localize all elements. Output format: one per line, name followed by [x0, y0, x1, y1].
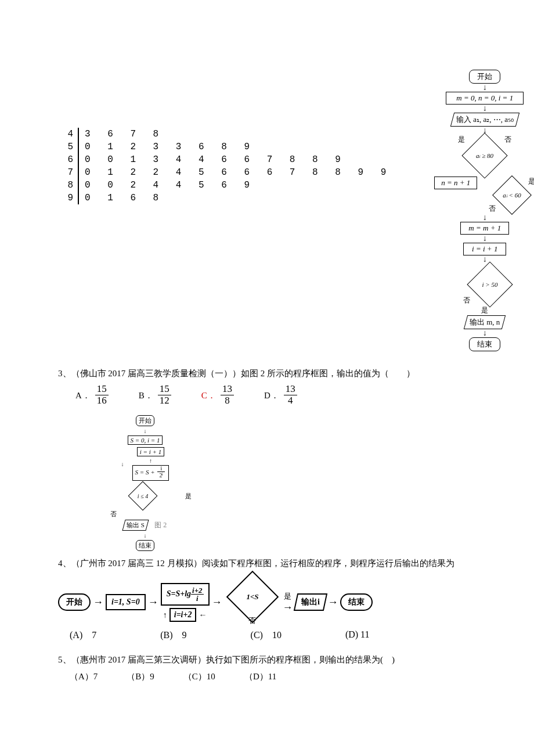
label-yes: 是 [458, 135, 465, 145]
q4-opt-c: (C) 10 [251, 629, 282, 642]
stemleaf-row: 43 6 7 8 [58, 128, 392, 141]
q3-opt-a: A．1516 [75, 385, 110, 407]
fc-init: i=1, S=0 [106, 594, 146, 610]
flowchart-q4: 开始 → i=1, S=0 → S=S+lgi+2i ↑ i=i+2 ← → 1… [58, 578, 476, 626]
fc-start: 开始 [136, 415, 154, 426]
flowchart-q6: 开始 ↓ m = 0, n = 0, i = 1 ↓ 输入 a₁, a₂, ⋯,… [415, 70, 534, 351]
q5-opt-a: （A）7 [70, 671, 98, 682]
stemleaf-row: 70 1 2 2 4 5 6 6 6 7 8 8 9 9 [58, 166, 392, 179]
flowchart-q3: 开始 ↓ S = 0, i = 1 ↓ i = i + 1 ↑ S = S + … [99, 414, 192, 552]
q5-opt-d: （D）11 [244, 671, 276, 682]
fc-cond: 1<S [226, 571, 279, 624]
fc-output: 输出 m, n [464, 315, 506, 329]
q5-opt-c: （C）10 [183, 671, 215, 682]
stemleaf-row: 90 1 6 8 [58, 192, 392, 204]
q3-text: 3、（佛山市 2017 届高三教学质量检测（一））如图 2 所示的程序框图，输出… [58, 366, 476, 381]
q3-options: A．1516 B．1512 C．138 D．134 [75, 385, 476, 407]
fc-init: m = 0, n = 0, i = 1 [446, 92, 524, 105]
label-no: 否 [504, 135, 511, 145]
label-no: 否 [110, 510, 192, 519]
fc-istep: i = i + 1 [463, 243, 506, 255]
stemleaf-row: 80 0 2 4 4 5 6 9 [58, 179, 392, 192]
q5-options: （A）7 （B）9 （C）10 （D）11 [70, 671, 476, 682]
label-yes: 是 [185, 492, 192, 501]
q3-opt-c: C．138 [201, 385, 235, 407]
fc-start: 开始 [469, 70, 500, 84]
fc-cond-60: aᵢ < 60 [492, 175, 532, 215]
q4-options: (A) 7 (B) 9 (C) 10 (D) 11 [70, 629, 476, 642]
fc-mstep: m = m + 1 [460, 222, 509, 235]
stemleaf-row: 50 1 2 3 3 6 8 9 [58, 141, 392, 153]
fc-istep: i=i+2 [169, 608, 197, 622]
q3-opt-d: D．134 [264, 385, 298, 407]
fc-nstep: n = n + 1 [434, 177, 477, 189]
fc-istep: i = i + 1 [137, 447, 164, 456]
fc-output: 输出 S [122, 520, 149, 531]
fc-init: S = 0, i = 1 [128, 435, 163, 445]
arrow-icon: → [280, 602, 295, 614]
fc-cond-50: i > 50 [467, 261, 513, 307]
fc-input: 输入 a₁, a₂, ⋯, a₅₀ [450, 113, 519, 127]
fc-cond-80: aᵢ ≥ 80 [462, 132, 508, 178]
fig-caption: 图 2 [154, 521, 167, 529]
fc-output: 输出i [301, 597, 320, 607]
fc-sstep: S=S+lgi+2i [161, 583, 210, 606]
label-no: 否 [489, 204, 496, 214]
q3-opt-b: B．1512 [139, 385, 172, 407]
fc-start: 开始 [58, 593, 91, 611]
q4-opt-a: (A) 7 [70, 629, 96, 642]
q5-text: 5、（惠州市 2017 届高三第三次调研）执行如下图所示的程序框图，则输出的结果… [58, 652, 476, 668]
fc-sstep: S = S + i2ⁱ [132, 465, 169, 481]
q4-opt-b: (B) 9 [160, 629, 186, 642]
q4-text: 4、（广州市 2017 届高三 12 月模拟）阅读如下程序框图，运行相应的程序，… [58, 556, 476, 571]
q5-opt-b: （B）9 [127, 671, 154, 682]
q4-opt-d: (D) 11 [345, 629, 370, 642]
stemleaf-row: 60 0 1 3 4 4 6 6 7 8 8 9 [58, 153, 392, 166]
arrow-icon: → [325, 596, 340, 609]
fc-end: 结束 [340, 593, 373, 611]
label-no: 否 [463, 296, 470, 305]
label-yes: 是 [284, 591, 291, 602]
stemleaf-plot: 43 6 7 8 50 1 2 3 3 6 8 9 60 0 1 3 4 4 6… [58, 128, 392, 204]
fc-end: 结束 [469, 337, 500, 351]
fc-cond: i ≤ 4 [128, 481, 157, 511]
arrow-icon: → [210, 596, 225, 609]
fc-end: 结束 [136, 540, 154, 551]
arrow-icon: → [146, 596, 161, 609]
label-yes: 是 [528, 177, 534, 186]
label-yes: 是 [481, 305, 488, 315]
arrow-icon: → [91, 596, 106, 609]
